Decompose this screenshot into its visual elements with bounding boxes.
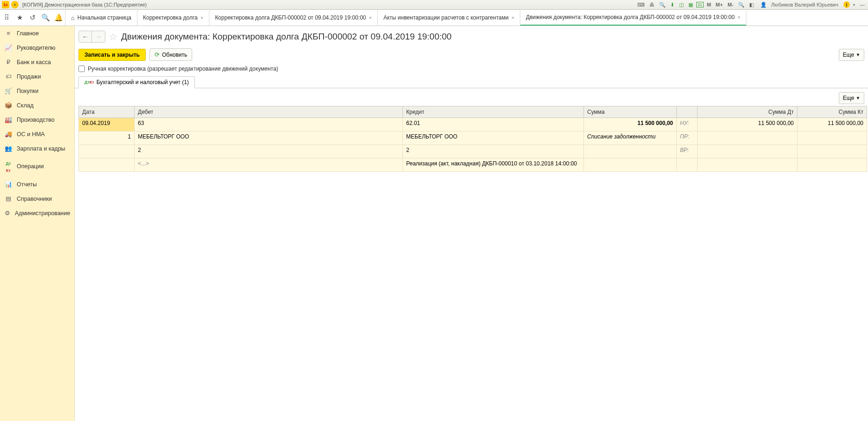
memory-mminus[interactable]: M- bbox=[726, 2, 735, 7]
sidebar-item-admin[interactable]: ⚙Администрирование bbox=[0, 206, 74, 220]
tab-label: Начальная страница bbox=[78, 14, 131, 21]
save-close-button[interactable]: Записать и закрыть bbox=[78, 49, 146, 61]
sidebar-item-refs[interactable]: ▤Справочники bbox=[0, 191, 74, 206]
dtkt-icon: ДтКт bbox=[5, 159, 12, 173]
download-icon[interactable]: ⬇ bbox=[669, 2, 676, 8]
sidebar-item-label: Покупки bbox=[17, 88, 39, 94]
col-sumdt[interactable]: Сумма Дт bbox=[698, 106, 797, 118]
col-tax-label[interactable] bbox=[677, 106, 698, 118]
tab-label: Акты инвентаризации расчетов с контраген… bbox=[383, 14, 509, 21]
sidebar-item-operations[interactable]: ДтКтОперации bbox=[0, 156, 74, 177]
close-icon[interactable]: × bbox=[512, 15, 514, 20]
sidebar-item-sales[interactable]: 🏷Продажи bbox=[0, 69, 74, 84]
toolbar: ⠿ ★ ↺ 🔍 🔔 ⌂ Начальная страница Корректир… bbox=[0, 10, 868, 26]
sidebar-item-label: Администрирование bbox=[15, 210, 70, 217]
gear-icon: ⚙ bbox=[5, 210, 10, 217]
sidebar-item-label: Зарплата и кадры bbox=[17, 145, 65, 152]
manual-correction-checkbox[interactable] bbox=[78, 66, 85, 72]
menu-icon: ≡ bbox=[5, 30, 12, 37]
toolbar-left: ⠿ ★ ↺ 🔍 🔔 bbox=[0, 10, 65, 26]
col-credit[interactable]: Кредит bbox=[403, 106, 584, 118]
cell-nu-label: НУ: bbox=[677, 118, 698, 132]
close-icon[interactable]: × bbox=[738, 14, 740, 20]
info-icon[interactable]: i bbox=[843, 1, 850, 8]
grid-more-button[interactable]: Еще ▼ bbox=[839, 92, 864, 104]
inner-tab-label: Бухгалтерский и налоговый учет (1) bbox=[97, 79, 189, 86]
accounting-grid[interactable]: Дата Дебет Кредит Сумма Сумма Дт Сумма К… bbox=[78, 106, 867, 172]
cart-icon: 🛒 bbox=[5, 87, 12, 94]
cell-pr-dt bbox=[698, 132, 797, 145]
tab-inventory-acts[interactable]: Акты инвентаризации расчетов с контраген… bbox=[378, 10, 520, 26]
back-button[interactable]: ← bbox=[79, 31, 92, 42]
inner-tabs: ДтКт Бухгалтерский и налоговый учет (1) bbox=[75, 76, 868, 88]
cell-debit-acc: 63 bbox=[135, 118, 403, 132]
calculator-icon[interactable]: ▦ bbox=[687, 2, 694, 8]
cell-vr-kt bbox=[797, 145, 867, 158]
memory-m[interactable]: M bbox=[706, 2, 713, 7]
history-icon[interactable]: ↺ bbox=[26, 10, 39, 26]
sidebar-item-assets[interactable]: 🚚ОС и НМА bbox=[0, 127, 74, 141]
favorites-icon[interactable]: ★ bbox=[13, 10, 26, 26]
cell-debit-sub3: <...> bbox=[135, 158, 403, 172]
home-icon: ⌂ bbox=[71, 14, 75, 21]
search-icon[interactable]: 🔍 bbox=[39, 10, 52, 26]
refresh-icon: ⟳ bbox=[155, 51, 160, 58]
refresh-button[interactable]: ⟳ Обновить bbox=[149, 48, 192, 61]
inner-tab-accounting[interactable]: ДтКт Бухгалтерский и налоговый учет (1) bbox=[78, 76, 195, 88]
sidebar-item-purchases[interactable]: 🛒Покупки bbox=[0, 84, 74, 98]
tab-correction[interactable]: Корректировка долга × bbox=[137, 10, 209, 26]
col-debit[interactable]: Дебет bbox=[135, 106, 403, 118]
tab-correction-doc[interactable]: Корректировка долга ДКБП-000002 от 09.04… bbox=[209, 10, 378, 26]
apps-icon[interactable]: ⠿ bbox=[0, 10, 13, 26]
table-row[interactable]: <...> Реализация (акт, накладная) ДКБП-0… bbox=[79, 158, 867, 172]
sidebar-item-label: Банк и касса bbox=[17, 59, 51, 66]
table-row[interactable]: 1 МЕБЕЛЬТОРГ ООО МЕБЕЛЬТОРГ ООО Списание… bbox=[79, 132, 867, 145]
sidebar-item-warehouse[interactable]: 📦Склад bbox=[0, 98, 74, 112]
minimize-button[interactable]: — bbox=[858, 2, 866, 7]
forward-button[interactable]: → bbox=[92, 31, 105, 42]
table-row[interactable]: 2 2 ВР: bbox=[79, 145, 867, 158]
main-layout: ≡Главное 📈Руководителю ₽Банк и касса 🏷Пр… bbox=[0, 26, 868, 421]
col-sum[interactable]: Сумма bbox=[584, 106, 677, 118]
sidebar-item-bank[interactable]: ₽Банк и касса bbox=[0, 55, 74, 69]
app-logo-icon: 1c bbox=[2, 1, 9, 8]
col-sumkt[interactable]: Сумма Кт bbox=[797, 106, 867, 118]
sidebar-item-label: Справочники bbox=[17, 196, 52, 202]
col-date[interactable]: Дата bbox=[79, 106, 135, 118]
favorite-star-icon[interactable]: ☆ bbox=[109, 31, 117, 42]
notifications-icon[interactable]: 🔔 bbox=[52, 10, 65, 26]
more-button[interactable]: Еще ▼ bbox=[839, 49, 864, 61]
cell-credit-party: МЕБЕЛЬТОРГ ООО bbox=[403, 132, 584, 145]
print-icon[interactable]: 🖶 bbox=[648, 2, 656, 7]
nav-buttons: ← → bbox=[78, 31, 105, 43]
sidebar: ≡Главное 📈Руководителю ₽Банк и касса 🏷Пр… bbox=[0, 26, 75, 421]
sidebar-item-manager[interactable]: 📈Руководителю bbox=[0, 40, 74, 55]
cell-empty bbox=[797, 158, 867, 172]
grid-action-bar: Еще ▼ bbox=[75, 88, 868, 106]
memory-mplus[interactable]: M+ bbox=[714, 2, 725, 7]
close-icon[interactable]: × bbox=[201, 15, 203, 20]
tab-movements[interactable]: Движения документа: Корректировка долга … bbox=[520, 10, 746, 26]
chevron-down-icon: ▼ bbox=[856, 53, 860, 57]
close-icon[interactable]: × bbox=[369, 15, 372, 20]
calendar-icon[interactable]: 31 bbox=[696, 2, 704, 7]
sidebar-item-production[interactable]: 🏭Производство bbox=[0, 112, 74, 127]
zoom-icon[interactable]: 🔍 bbox=[737, 2, 746, 8]
cell-rownum: 1 bbox=[79, 132, 135, 145]
preview-icon[interactable]: 🔍 bbox=[658, 2, 667, 8]
cell-empty bbox=[677, 158, 698, 172]
compare-icon[interactable]: ◫ bbox=[678, 2, 685, 8]
table-row[interactable]: 09.04.2019 63 62.01 11 500 000,00 НУ: 11… bbox=[79, 118, 867, 132]
sidebar-item-reports[interactable]: 📊Отчеты bbox=[0, 177, 74, 191]
sidebar-item-salary[interactable]: 👥Зарплата и кадры bbox=[0, 141, 74, 156]
app-menu-dropdown[interactable]: ▾ bbox=[11, 1, 19, 8]
sidebar-item-main[interactable]: ≡Главное bbox=[0, 26, 74, 40]
panel-icon[interactable]: ◧ bbox=[748, 2, 755, 8]
grid-wrapper: Дата Дебет Кредит Сумма Сумма Дт Сумма К… bbox=[75, 106, 868, 421]
tab-home[interactable]: ⌂ Начальная страница bbox=[65, 10, 137, 26]
info-dropdown-icon[interactable]: ▾ bbox=[852, 3, 856, 7]
user-info[interactable]: 👤 Любимов Валерий Юрьевич bbox=[757, 2, 842, 8]
keyboard-icon[interactable]: ⌨ bbox=[636, 2, 646, 8]
manual-correction-label: Ручная корректировка (разрешает редактир… bbox=[88, 66, 278, 72]
tag-icon: 🏷 bbox=[5, 73, 12, 80]
